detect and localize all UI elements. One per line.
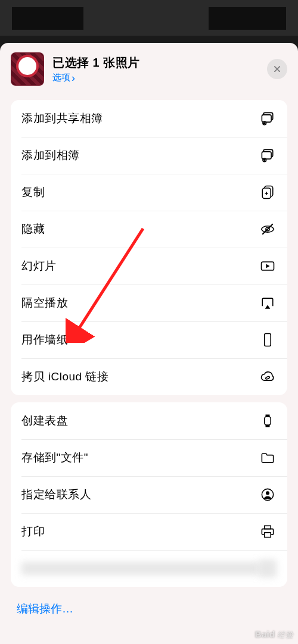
print-icon — [259, 523, 277, 540]
slideshow-row[interactable]: 幻灯片 — [11, 248, 287, 285]
wallpaper-icon — [259, 331, 277, 349]
add-to-shared-album-row[interactable]: 添加到共享相簿 — [11, 100, 287, 137]
contact-icon — [259, 486, 277, 504]
row-label: 用作墙纸 — [21, 332, 259, 348]
svg-point-15 — [266, 491, 269, 495]
svg-point-3 — [264, 122, 265, 123]
svg-rect-5 — [262, 152, 271, 159]
row-label: 复制 — [21, 185, 259, 200]
svg-rect-11 — [265, 334, 271, 346]
album-add-icon — [259, 146, 277, 164]
airplay-icon — [259, 294, 277, 312]
duplicate-icon — [259, 183, 277, 201]
close-button[interactable] — [267, 59, 287, 79]
svg-rect-17 — [265, 526, 271, 529]
duplicate-row[interactable]: 复制 — [11, 174, 287, 211]
copy-icloud-link-row[interactable]: 拷贝 iCloud 链接 — [11, 358, 287, 395]
shared-album-icon — [259, 110, 277, 127]
row-label: 创建表盘 — [21, 413, 259, 429]
share-sheet: 已选择 1 张照片 选项 添加到共享相簿 添加到相簿 复制 — [0, 43, 298, 644]
watermark: Baid 经验 — [255, 629, 293, 640]
svg-rect-1 — [262, 115, 271, 122]
photo-thumbnail[interactable] — [11, 52, 44, 86]
play-rect-icon — [259, 257, 277, 275]
hide-row[interactable]: 隐藏 — [11, 211, 287, 248]
sheet-header: 已选择 1 张照片 选项 — [0, 43, 298, 93]
edit-actions-link[interactable]: 编辑操作… — [0, 587, 298, 634]
airplay-row[interactable]: 隔空播放 — [11, 285, 287, 321]
row-label: 隐藏 — [21, 221, 259, 237]
redacted-row[interactable]: XXXXXX — [11, 550, 287, 587]
row-label: 幻灯片 — [21, 258, 259, 274]
assign-to-contact-row[interactable]: 指定给联系人 — [11, 476, 287, 513]
print-row[interactable]: 打印 — [11, 513, 287, 550]
row-label: 打印 — [21, 524, 259, 539]
svg-rect-13 — [265, 417, 271, 425]
row-label: 拷贝 iCloud 链接 — [21, 369, 259, 384]
save-to-files-row[interactable]: 存储到"文件" — [11, 439, 287, 476]
row-label: 添加到相簿 — [21, 148, 259, 163]
status-bar — [0, 0, 298, 36]
row-label: 指定给联系人 — [21, 487, 259, 502]
use-as-wallpaper-row[interactable]: 用作墙纸 — [11, 321, 287, 358]
create-watchface-row[interactable]: 创建表盘 — [11, 402, 287, 439]
chevron-right-icon — [72, 73, 75, 83]
folder-icon — [259, 449, 277, 467]
actions-section-1: 添加到共享相簿 添加到相簿 复制 隐藏 幻灯片 — [11, 100, 287, 395]
redacted-icon — [259, 559, 277, 577]
row-label: 隔空播放 — [21, 295, 259, 311]
actions-section-2: 创建表盘 存储到"文件" 指定给联系人 打印 XXXXXX — [11, 402, 287, 587]
eye-slash-icon — [259, 220, 277, 238]
icloud-link-icon — [259, 368, 277, 386]
selection-title: 已选择 1 张照片 — [52, 55, 259, 71]
row-label: XXXXXX — [21, 562, 259, 575]
add-to-album-row[interactable]: 添加到相簿 — [11, 137, 287, 174]
row-label: 存储到"文件" — [21, 450, 259, 465]
options-label: 选项 — [52, 72, 70, 83]
row-label: 添加到共享相簿 — [21, 111, 259, 126]
svg-rect-18 — [265, 533, 271, 537]
header-text: 已选择 1 张照片 选项 — [52, 55, 259, 83]
watch-icon — [259, 412, 277, 430]
svg-point-12 — [265, 376, 270, 380]
close-icon — [273, 65, 281, 73]
options-link[interactable]: 选项 — [52, 72, 259, 83]
